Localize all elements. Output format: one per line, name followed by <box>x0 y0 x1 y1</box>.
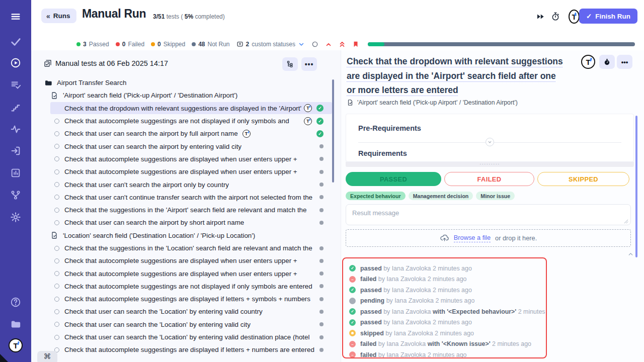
branch-icon[interactable] <box>0 187 31 204</box>
double-chevron-up-icon[interactable] <box>339 41 346 48</box>
detail-more-button[interactable]: ••• <box>617 55 632 69</box>
tree-scrollbar[interactable] <box>332 79 334 183</box>
breadcrumb[interactable]: 'Airport' search field ('Pick-up Airport… <box>347 99 518 106</box>
test-state-circle <box>54 182 59 187</box>
test-state-circle <box>54 144 59 149</box>
analytics-icon[interactable] <box>0 164 31 182</box>
passed-button[interactable]: PASSED <box>346 172 441 186</box>
divider-toggle[interactable] <box>486 138 494 146</box>
browse-file-link[interactable]: Browse a file <box>454 234 491 242</box>
tag-expected-behaviour[interactable]: Expected behaviour <box>346 192 406 200</box>
test-detail-panel: Check that the dropdown with relevant su… <box>341 50 644 362</box>
tree-test-row[interactable]: Check that user can search the 'Location… <box>31 331 341 343</box>
activity-entry: ✓passed by Iana Zavoloka 2 minutes ago <box>349 285 546 296</box>
check-icon[interactable] <box>0 33 31 50</box>
skipped-status-icon <box>349 330 356 336</box>
collapse-chevron-icon[interactable] <box>627 250 634 256</box>
tree-test-row[interactable]: Check that the suggestions in the 'Locat… <box>31 242 341 254</box>
tree-item-label: Check that autocomplete suggestings are … <box>64 346 314 353</box>
tree-item-label: Check that user can search the 'Location… <box>64 308 263 315</box>
pulse-icon[interactable] <box>0 121 31 138</box>
tree-test-row[interactable]: Check that autocomplete suggestings are … <box>31 343 341 356</box>
row-status-cluster <box>319 297 324 301</box>
tree-test-row[interactable]: Check that user can search the airport b… <box>31 140 341 152</box>
gear-icon[interactable] <box>0 209 31 226</box>
tree-test-row[interactable]: Check that autocomplete suggestions are … <box>31 267 341 280</box>
test-title[interactable]: Check that the dropdown with relevant su… <box>347 54 563 98</box>
t-logo-avatar[interactable]: T <box>0 337 31 354</box>
app-root: T « Runs Manual Run 3/51 tests ( 5% comp… <box>0 0 644 362</box>
steps-icon[interactable] <box>0 99 31 116</box>
fast-forward-icon[interactable] <box>535 11 546 22</box>
tree-folder-row[interactable]: Airport Transfer Search <box>31 76 341 89</box>
stopwatch-icon[interactable] <box>550 11 561 22</box>
tree-item-label: Check that autocomplete suggestings are … <box>64 117 289 125</box>
menu-icon[interactable] <box>0 8 31 25</box>
activity-log-highlighted: ✓passed by Iana Zavoloka 2 minutes ago–f… <box>342 257 547 358</box>
tree-view-button[interactable] <box>282 57 298 71</box>
tree-test-row[interactable]: Check that user can search the airport b… <box>31 127 341 140</box>
circle-status-icon[interactable] <box>311 41 318 48</box>
tree-test-row[interactable]: Check that user can't continue transfer … <box>31 191 341 204</box>
tree-test-row[interactable]: Check that the dropdown with relevant su… <box>31 102 341 115</box>
tree-test-row[interactable]: Check that autocomplete suggestings are … <box>31 115 341 127</box>
help-icon[interactable] <box>0 294 31 311</box>
file-dropzone[interactable]: Browse a file or drop it here. <box>346 229 631 247</box>
play-circle-icon[interactable] <box>0 54 31 71</box>
notrun-status-icon <box>319 335 324 339</box>
failed-button[interactable]: FAILED <box>444 172 534 186</box>
row-status-cluster <box>319 348 324 352</box>
status-tags: Expected behaviour Management decision M… <box>346 192 515 200</box>
tree-item-label: Check that user can search the 'Location… <box>64 333 309 341</box>
t-automation-icon: T <box>304 104 312 112</box>
timer-button[interactable] <box>599 55 615 69</box>
skipped-filter[interactable]: 0Skipped <box>151 41 185 48</box>
projects-folder-icon[interactable] <box>0 316 31 333</box>
result-message-input[interactable] <box>346 204 631 225</box>
tree-test-row[interactable]: Check that autocomplete suggestions are … <box>31 153 341 165</box>
passed-status-icon: ✓ <box>349 308 356 315</box>
tree-item-label: Airport Transfer Search <box>57 79 126 86</box>
finish-run-button[interactable]: ✓ Finish Run <box>579 9 637 24</box>
tree-more-button[interactable]: ••• <box>301 57 317 71</box>
tree-title: Manual tests at 06 Feb 2025 14:17 <box>55 59 168 67</box>
custom-statuses-dropdown[interactable]: 2custom statuses <box>236 41 305 48</box>
import-icon[interactable] <box>0 142 31 159</box>
failed-filter[interactable]: 0Failed <box>116 41 144 48</box>
pending-status-icon <box>349 298 356 304</box>
tree-test-row[interactable]: Check that user can't search the airport… <box>31 178 341 191</box>
tree-test-row[interactable]: Check that autocomplete suggestions are … <box>31 165 341 178</box>
test-state-circle <box>54 220 59 225</box>
test-state-circle <box>54 169 59 174</box>
tree-test-row[interactable]: Check that user can search the airport b… <box>31 216 341 229</box>
detail-scrollbar[interactable] <box>635 116 637 257</box>
bookmark-icon[interactable] <box>352 41 359 48</box>
tree-test-row[interactable]: Check that user can search the 'Location… <box>31 305 341 318</box>
resize-handle[interactable]: ········· <box>346 162 634 167</box>
tree-test-row[interactable]: Check that autocomplete suggestings are … <box>31 280 341 293</box>
list-check-icon[interactable] <box>0 76 31 94</box>
test-state-circle <box>54 208 59 213</box>
chevron-up-icon[interactable] <box>325 41 332 48</box>
test-state-circle <box>54 156 59 161</box>
test-state-circle <box>54 322 59 327</box>
tree-suite-row[interactable]: 'Airport' search field ('Pick-up Airport… <box>31 89 341 102</box>
notrun-filter[interactable]: 48Not Run <box>192 41 229 48</box>
back-to-runs-button[interactable]: « Runs <box>41 9 76 23</box>
corner-decoration <box>0 354 8 362</box>
row-status-cluster <box>319 183 324 187</box>
tree-test-row[interactable]: Check that autocomplete suggestions are … <box>31 254 341 267</box>
passed-filter[interactable]: 3Passed <box>76 41 109 48</box>
activity-entry: –failed by Iana Zavoloka 2 minutes ago <box>349 274 546 285</box>
tree-test-row[interactable]: Check that autocomplete suggestings are … <box>31 293 341 305</box>
tree-suite-row[interactable]: 'Location' search field ('Destination Lo… <box>31 229 341 242</box>
check-icon: ✓ <box>586 12 592 20</box>
tag-minor-issue[interactable]: Minor issue <box>476 192 515 200</box>
tree-test-row[interactable]: Check that the suggestions in the 'Airpo… <box>31 204 341 216</box>
passed-status-icon: ✓ <box>349 265 356 272</box>
custom-status-icon <box>236 41 244 48</box>
test-state-circle <box>54 106 59 111</box>
tag-management-decision[interactable]: Management decision <box>409 192 473 200</box>
skipped-button[interactable]: SKIPPED <box>537 172 629 186</box>
tree-test-row[interactable]: Check that user can search the 'Location… <box>31 318 341 331</box>
